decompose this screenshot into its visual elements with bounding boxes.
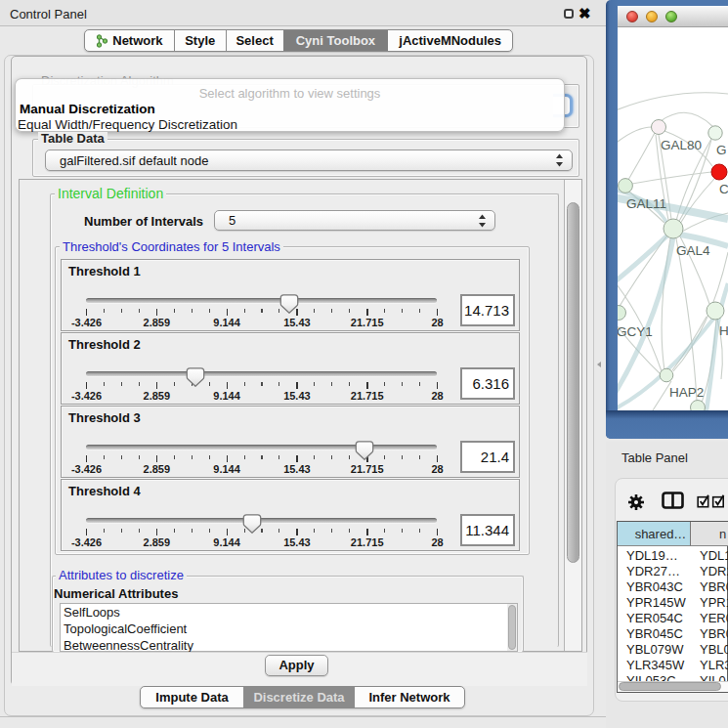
svg-text:C: C [719, 182, 728, 196]
svg-text:H: H [719, 323, 728, 338]
svg-text:HAP2: HAP2 [669, 385, 704, 400]
svg-text:GAL4: GAL4 [676, 243, 710, 258]
svg-text:GCY1: GCY1 [618, 324, 653, 339]
svg-text:GAL11: GAL11 [626, 196, 666, 211]
svg-text:G: G [716, 143, 727, 157]
svg-text:GAL80: GAL80 [661, 138, 702, 152]
